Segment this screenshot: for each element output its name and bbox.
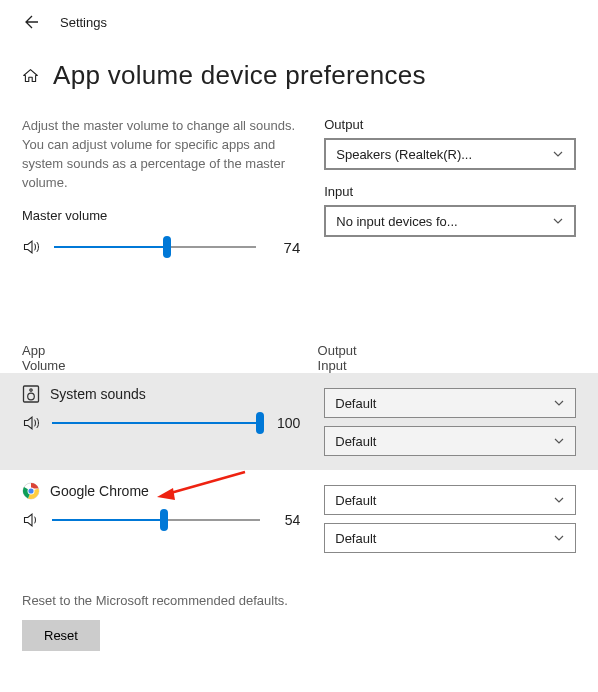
speaker-icon[interactable]	[22, 413, 42, 433]
app-input-select[interactable]: Default	[324, 523, 576, 553]
col-volume-label: Volume	[22, 358, 308, 373]
app-output-value: Default	[335, 493, 376, 508]
app-row-system-sounds: System sounds 100 Default Default	[0, 373, 598, 470]
app-input-value: Default	[335, 531, 376, 546]
header-title: Settings	[60, 15, 107, 30]
home-icon[interactable]	[22, 67, 39, 84]
master-volume-label: Master volume	[22, 208, 300, 223]
chevron-down-icon	[552, 148, 564, 160]
chevron-down-icon	[553, 532, 565, 544]
reset-button[interactable]: Reset	[22, 620, 100, 651]
svg-point-1	[30, 389, 32, 391]
input-device-select[interactable]: No input devices fo...	[324, 205, 576, 237]
footer: Reset to the Microsoft recommended defau…	[0, 567, 598, 651]
app-input-select[interactable]: Default	[324, 426, 576, 456]
chevron-down-icon	[553, 494, 565, 506]
col-app-label: App	[22, 343, 308, 358]
app-name: System sounds	[50, 386, 146, 402]
device-column: Output Speakers (Realtek(R)... Input No …	[324, 117, 576, 257]
app-output-select[interactable]: Default	[324, 485, 576, 515]
back-icon[interactable]	[22, 14, 38, 30]
master-description: Adjust the master volume to change all s…	[22, 117, 300, 192]
input-label: Input	[324, 184, 576, 199]
output-device-value: Speakers (Realtek(R)...	[336, 147, 472, 162]
app-table-header: App Volume Output Input	[0, 343, 598, 373]
header: Settings	[0, 0, 598, 40]
output-label: Output	[324, 117, 576, 132]
output-device-select[interactable]: Speakers (Realtek(R)...	[324, 138, 576, 170]
master-column: Adjust the master volume to change all s…	[22, 117, 300, 257]
page-title: App volume device preferences	[53, 60, 426, 91]
app-volume-slider[interactable]	[52, 413, 260, 433]
app-volume-value: 100	[270, 415, 300, 431]
page-title-row: App volume device preferences	[0, 40, 598, 101]
app-input-value: Default	[335, 434, 376, 449]
speaker-icon[interactable]	[22, 237, 42, 257]
svg-point-2	[28, 394, 35, 401]
chrome-icon	[22, 482, 40, 500]
speaker-icon[interactable]	[22, 510, 42, 530]
app-row-google-chrome: Google Chrome 54 Default Default	[0, 470, 598, 567]
svg-point-5	[28, 489, 33, 494]
app-name: Google Chrome	[50, 483, 149, 499]
app-volume-value: 54	[270, 512, 300, 528]
input-device-value: No input devices fo...	[336, 214, 457, 229]
app-volume-slider[interactable]	[52, 510, 260, 530]
chevron-down-icon	[553, 435, 565, 447]
chevron-down-icon	[552, 215, 564, 227]
app-output-select[interactable]: Default	[324, 388, 576, 418]
app-output-value: Default	[335, 396, 376, 411]
reset-description: Reset to the Microsoft recommended defau…	[22, 593, 576, 608]
master-volume-value: 74	[268, 239, 300, 256]
col-output-label: Output	[318, 343, 576, 358]
col-input-label: Input	[318, 358, 576, 373]
master-volume-slider[interactable]	[54, 237, 256, 257]
chevron-down-icon	[553, 397, 565, 409]
speaker-box-icon	[22, 385, 40, 403]
